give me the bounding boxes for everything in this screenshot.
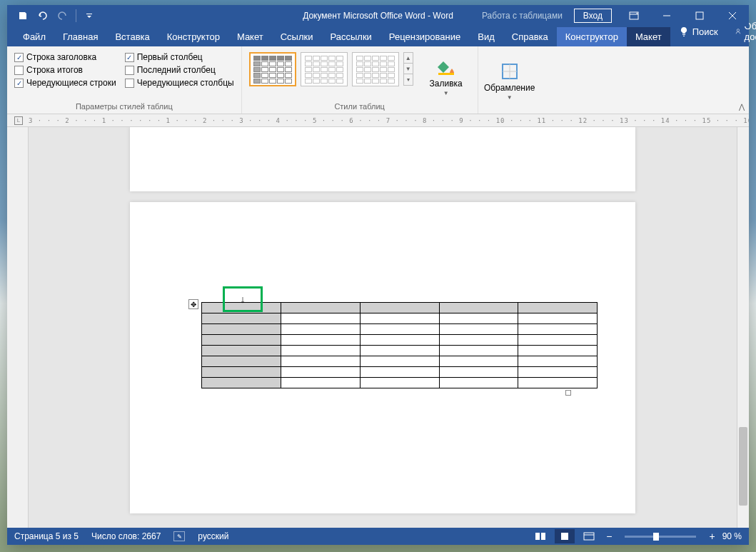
group-table-style-options: ✓Строка заголовка Строка итогов ✓Чередую… (7, 46, 242, 114)
proofing-icon[interactable]: ✎ (173, 531, 185, 541)
borders-icon (498, 61, 521, 81)
table-move-handle[interactable]: ✥ (188, 299, 198, 309)
document-scroll[interactable]: ✥ (29, 127, 737, 528)
gallery-up[interactable]: ▲ (404, 53, 413, 64)
table-style-2[interactable] (301, 52, 348, 86)
zoom-out[interactable]: − (603, 531, 615, 542)
table-row (202, 378, 598, 388)
window-title: Документ Microsoft Office Word - Word (303, 11, 453, 21)
view-read-mode[interactable] (530, 529, 550, 543)
table-resize-handle[interactable] (565, 390, 571, 396)
svg-rect-3 (438, 73, 454, 75)
table-style-3[interactable] (352, 52, 399, 86)
checkbox-last-column[interactable]: Последний столбец (125, 65, 234, 75)
tab-home[interactable]: Главная (54, 27, 106, 46)
checkbox-total-row[interactable]: Строка итогов (14, 65, 116, 75)
table-row (202, 303, 598, 313)
tab-review[interactable]: Рецензирование (380, 27, 469, 46)
page-previous[interactable] (130, 127, 635, 191)
zoom-slider[interactable] (625, 536, 696, 538)
close-button[interactable] (716, 5, 749, 26)
horizontal-ruler[interactable]: L 3 · · · 2 · · · 1 · · · · · · 1 · · · … (7, 114, 749, 127)
person-icon (735, 26, 741, 36)
ribbon: ✓Строка заголовка Строка итогов ✓Чередую… (7, 46, 749, 114)
style-gallery-arrows: ▲ ▼ ▾ (403, 52, 413, 86)
borders-button[interactable]: Обрамление ▼ (485, 49, 534, 109)
ribbon-tabs: Файл Главная Вставка Конструктор Макет С… (7, 26, 749, 46)
word-window: Документ Microsoft Office Word - Word Ра… (7, 5, 749, 545)
table-row (202, 335, 598, 346)
paint-bucket-icon (435, 57, 458, 77)
gallery-down[interactable]: ▼ (404, 64, 413, 74)
table-row (202, 324, 598, 335)
table-row (202, 367, 598, 378)
login-button[interactable]: Вход (574, 9, 612, 23)
tab-table-layout[interactable]: Макет (627, 27, 670, 46)
status-bar: Страница 5 из 5 Число слов: 2667 ✎ русск… (7, 528, 749, 545)
group-label-styles: Стили таблиц (249, 101, 470, 112)
group-borders: Обрамление ▼ (478, 46, 541, 114)
document-table-wrapper: ✥ (201, 302, 564, 388)
svg-rect-6 (584, 533, 594, 540)
undo-button[interactable] (34, 7, 51, 24)
table-row (202, 313, 598, 324)
tab-mailings[interactable]: Рассылки (321, 27, 380, 46)
checkbox-first-column[interactable]: ✓Первый столбец (125, 52, 234, 62)
tab-design[interactable]: Конструктор (158, 27, 228, 46)
tab-references[interactable]: Ссылки (272, 27, 322, 46)
vertical-scrollbar[interactable] (737, 127, 749, 528)
tab-table-design[interactable]: Конструктор (557, 27, 627, 46)
view-web-layout[interactable] (579, 529, 599, 543)
svg-rect-5 (561, 533, 568, 540)
checkbox-header-row[interactable]: ✓Строка заголовка (14, 52, 116, 62)
svg-rect-1 (696, 12, 703, 19)
checkbox-banded-columns[interactable]: Чередующиеся столбцы (125, 78, 234, 88)
status-words[interactable]: Число слов: 2667 (91, 531, 161, 541)
tab-help[interactable]: Справка (503, 27, 557, 46)
gallery-more[interactable]: ▾ (404, 74, 413, 85)
status-page[interactable]: Страница 5 из 5 (14, 531, 79, 541)
minimize-button[interactable] (650, 5, 683, 26)
view-print-layout[interactable] (555, 529, 575, 543)
zoom-level[interactable]: 90 % (722, 531, 742, 541)
zoom-in[interactable]: + (706, 531, 717, 542)
scroll-thumb[interactable] (739, 427, 747, 506)
tab-view[interactable]: Вид (469, 27, 503, 46)
page-current[interactable]: ✥ (130, 202, 635, 513)
status-language[interactable]: русский (198, 531, 228, 541)
vertical-ruler[interactable] (7, 127, 29, 528)
redo-button[interactable] (54, 7, 71, 24)
group-table-styles: ▲ ▼ ▾ Заливка ▼ Стили таблиц (242, 46, 478, 114)
checkbox-banded-rows[interactable]: ✓Чередующиеся строки (14, 78, 116, 88)
document-table[interactable] (201, 302, 598, 388)
collapse-ribbon[interactable]: ⋀ (739, 103, 745, 111)
document-area: ✥ (7, 127, 749, 528)
title-bar: Документ Microsoft Office Word - Word Ра… (7, 5, 749, 26)
table-row (202, 346, 598, 356)
save-button[interactable] (14, 7, 31, 24)
maximize-button[interactable] (683, 5, 716, 26)
ribbon-display-options[interactable] (618, 5, 650, 26)
group-label-options: Параметры стилей таблиц (14, 101, 234, 112)
tab-file[interactable]: Файл (14, 27, 54, 46)
table-style-1[interactable] (249, 52, 296, 86)
tab-layout[interactable]: Макет (228, 27, 272, 46)
tab-selector[interactable]: L (14, 116, 23, 125)
tab-insert[interactable]: Вставка (106, 27, 158, 46)
quick-access-toolbar (7, 7, 98, 24)
table-row (202, 356, 598, 367)
contextual-tab-label: Работа с таблицами (476, 11, 568, 21)
lightbulb-icon (679, 26, 689, 36)
shading-button[interactable]: Заливка ▼ (422, 49, 470, 101)
qat-customize[interactable] (81, 7, 98, 24)
svg-point-2 (737, 29, 739, 31)
